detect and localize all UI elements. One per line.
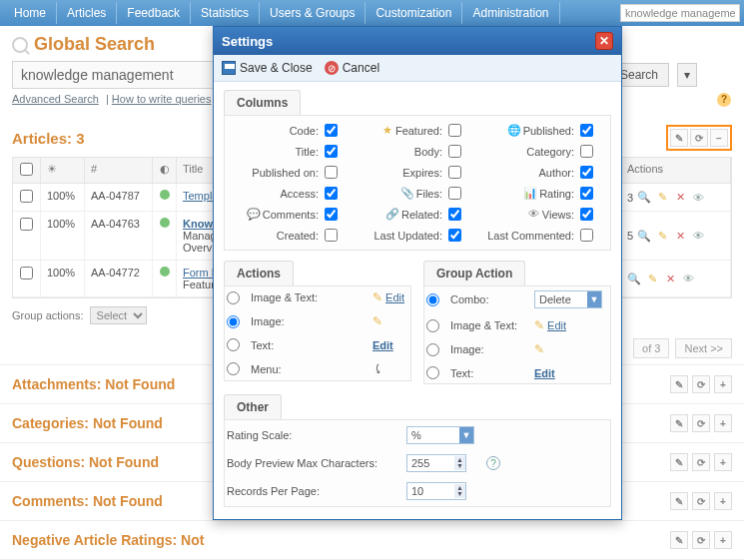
column-option-checkbox[interactable] [580,124,593,137]
column-option-checkbox[interactable] [448,187,461,200]
group-text-radio[interactable] [426,366,439,379]
column-option-checkbox[interactable] [580,229,593,242]
actions-edit-link[interactable]: Edit [385,291,404,303]
group-image-text-radio[interactable] [426,319,439,332]
pencil-icon: ✎ [372,290,382,304]
actions-image-text-label: Image & Text: [251,291,367,303]
column-option-checkbox[interactable] [325,145,338,158]
column-option-checkbox[interactable] [325,208,338,221]
column-option-label: ★Featured: [349,124,448,137]
column-option-label: Category: [472,146,580,158]
cursor-icon: ⤹ [372,361,408,376]
spinner-down-icon[interactable]: ▼ [456,491,463,497]
column-option-checkbox[interactable] [325,166,338,179]
column-option-label: Published on: [233,167,325,179]
column-option-checkbox[interactable] [448,208,461,221]
bars-icon: 📊 [523,187,536,200]
rating-scale-label: Rating Scale: [227,429,406,441]
close-button[interactable]: ✕ [595,32,613,50]
group-edit-link[interactable]: Edit [534,367,608,379]
records-per-page-label: Records Per Page: [227,485,406,497]
body-preview-spinner[interactable]: 255▲▼ [406,454,466,472]
globe-icon: 🌐 [507,124,520,137]
column-option-checkbox[interactable] [448,229,461,242]
column-option-label: 💬Comments: [233,208,325,221]
actions-menu-label: Menu: [251,363,367,375]
pencil-icon[interactable]: ✎ [372,314,408,328]
column-option-label: Expires: [349,167,448,179]
column-option-checkbox[interactable] [325,229,338,242]
body-preview-value: 255 [411,457,429,469]
star-icon: ★ [379,124,392,137]
help-icon[interactable]: ? [486,456,500,470]
column-option-checkbox[interactable] [580,208,593,221]
group-combo-value: Delete [539,293,571,305]
group-action-section: Combo: Delete▼ Image & Text: ✎ Edit Imag… [423,285,611,384]
group-edit-link[interactable]: Edit [547,319,566,331]
column-option-label: 📊Rating: [472,187,580,200]
column-option-label: Title: [233,146,325,158]
settings-dialog: Settings ✕ Save & Close ⊘ Cancel Columns… [213,26,622,520]
records-per-page-value: 10 [411,485,423,497]
actions-text-label: Text: [251,339,367,351]
cancel-icon: ⊘ [325,61,339,75]
modal-overlay: Settings ✕ Save & Close ⊘ Cancel Columns… [0,0,744,560]
actions-image-label: Image: [251,315,367,327]
column-option-checkbox[interactable] [580,145,593,158]
save-close-label: Save & Close [240,61,313,75]
other-section: Rating Scale: %▼ Body Preview Max Charac… [224,419,611,507]
column-option-checkbox[interactable] [580,187,593,200]
actions-image-radio[interactable] [227,315,240,328]
group-action-section-tab: Group Action [423,261,525,285]
actions-text-radio[interactable] [227,338,240,351]
group-image-text-label: Image & Text: [450,319,528,331]
spinner-down-icon[interactable]: ▼ [456,463,463,469]
actions-image-text-radio[interactable] [227,291,240,304]
rating-scale-select[interactable]: %▼ [406,426,474,444]
rating-scale-value: % [411,429,421,441]
column-option-label: Access: [233,188,325,200]
actions-menu-radio[interactable] [227,362,240,375]
chevron-down-icon: ▼ [459,427,473,443]
records-per-page-spinner[interactable]: 10▲▼ [406,482,466,500]
clip-icon: 📎 [400,187,413,200]
column-option-label: 🔗Related: [349,208,448,221]
cancel-button[interactable]: ⊘ Cancel [325,61,379,75]
actions-edit-link[interactable]: Edit [372,339,408,351]
bubble-icon: 💬 [247,208,260,221]
column-option-label: 👁Views: [472,208,580,221]
column-option-label: Author: [472,167,580,179]
column-option-checkbox[interactable] [325,124,338,137]
save-icon [222,61,236,75]
column-option-label: Body: [349,146,448,158]
group-image-label: Image: [450,343,528,355]
group-combo-select[interactable]: Delete▼ [534,290,602,308]
cancel-label: Cancel [343,61,379,75]
pencil-icon[interactable]: ✎ [534,342,608,356]
columns-section-tab: Columns [224,90,301,115]
actions-section-tab: Actions [224,261,294,285]
rel-icon: 🔗 [385,208,398,221]
column-option-checkbox[interactable] [448,166,461,179]
columns-section: Code:★Featured:🌐Published:Title:Body:Cat… [224,115,611,251]
column-option-checkbox[interactable] [325,187,338,200]
group-image-radio[interactable] [426,343,439,356]
column-option-label: Created: [233,230,325,242]
column-option-label: 🌐Published: [472,124,580,137]
other-section-tab: Other [224,394,282,419]
column-option-checkbox[interactable] [448,124,461,137]
chevron-down-icon: ▼ [587,291,601,307]
body-preview-label: Body Preview Max Characters: [227,457,406,469]
column-option-label: 📎Files: [349,187,448,200]
column-option-checkbox[interactable] [580,166,593,179]
group-combo-label: Combo: [450,293,528,305]
column-option-label: Last Commented: [472,230,580,242]
group-combo-radio[interactable] [426,293,439,306]
column-option-label: Code: [233,125,325,137]
save-close-button[interactable]: Save & Close [222,61,313,75]
column-option-checkbox[interactable] [448,145,461,158]
actions-section: Image & Text: ✎ Edit Image: ✎ Text: Edit… [224,285,411,381]
eye-icon: 👁 [526,208,539,221]
group-text-label: Text: [450,367,528,379]
dialog-title: Settings [222,34,273,49]
